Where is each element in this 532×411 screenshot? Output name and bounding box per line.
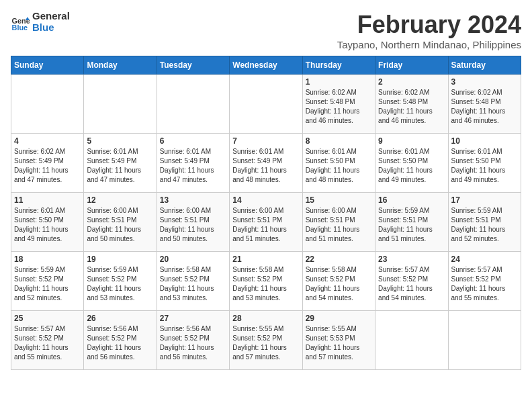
svg-text:Blue: Blue	[12, 23, 28, 31]
calendar-cell: 4Sunrise: 6:02 AM Sunset: 5:49 PM Daylig…	[11, 134, 84, 193]
calendar-cell: 11Sunrise: 6:01 AM Sunset: 5:50 PM Dayli…	[11, 193, 84, 252]
calendar-week-row: 1Sunrise: 6:02 AM Sunset: 5:48 PM Daylig…	[11, 75, 521, 134]
calendar-cell: 27Sunrise: 5:56 AM Sunset: 5:52 PM Dayli…	[157, 311, 229, 370]
calendar-cell: 3Sunrise: 6:02 AM Sunset: 5:48 PM Daylig…	[448, 75, 521, 134]
calendar-cell: 1Sunrise: 6:02 AM Sunset: 5:48 PM Daylig…	[302, 75, 375, 134]
weekday-header: Wednesday	[230, 56, 302, 75]
day-number: 29	[306, 314, 372, 323]
day-info: Sunrise: 5:58 AM Sunset: 5:52 PM Dayligh…	[232, 265, 299, 303]
calendar-cell	[375, 311, 448, 370]
day-number: 8	[306, 136, 372, 146]
calendar-cell: 14Sunrise: 6:00 AM Sunset: 5:51 PM Dayli…	[230, 193, 302, 252]
calendar-week-row: 25Sunrise: 5:57 AM Sunset: 5:52 PM Dayli…	[11, 311, 521, 370]
calendar-cell: 15Sunrise: 6:00 AM Sunset: 5:51 PM Dayli…	[302, 193, 375, 252]
day-info: Sunrise: 5:57 AM Sunset: 5:52 PM Dayligh…	[14, 324, 81, 362]
day-info: Sunrise: 6:01 AM Sunset: 5:50 PM Dayligh…	[14, 206, 81, 244]
day-info: Sunrise: 6:01 AM Sunset: 5:50 PM Dayligh…	[451, 147, 518, 185]
weekday-header: Monday	[84, 56, 157, 75]
day-number: 1	[306, 77, 372, 87]
day-info: Sunrise: 5:58 AM Sunset: 5:52 PM Dayligh…	[306, 265, 372, 303]
day-info: Sunrise: 5:59 AM Sunset: 5:52 PM Dayligh…	[14, 265, 81, 303]
calendar-cell: 19Sunrise: 5:59 AM Sunset: 5:52 PM Dayli…	[84, 252, 157, 311]
day-info: Sunrise: 5:57 AM Sunset: 5:52 PM Dayligh…	[378, 265, 445, 303]
day-number: 13	[160, 195, 226, 205]
day-number: 27	[160, 314, 226, 323]
day-number: 11	[14, 195, 81, 205]
day-info: Sunrise: 5:59 AM Sunset: 5:51 PM Dayligh…	[451, 206, 518, 244]
day-info: Sunrise: 6:01 AM Sunset: 5:49 PM Dayligh…	[160, 147, 226, 185]
day-info: Sunrise: 5:55 AM Sunset: 5:52 PM Dayligh…	[232, 324, 299, 362]
day-number: 5	[87, 136, 153, 146]
calendar-cell	[448, 311, 521, 370]
day-info: Sunrise: 6:00 AM Sunset: 5:51 PM Dayligh…	[160, 206, 226, 244]
calendar-cell: 10Sunrise: 6:01 AM Sunset: 5:50 PM Dayli…	[448, 134, 521, 193]
day-info: Sunrise: 5:56 AM Sunset: 5:52 PM Dayligh…	[160, 324, 226, 362]
calendar-cell	[157, 75, 229, 134]
day-info: Sunrise: 6:00 AM Sunset: 5:51 PM Dayligh…	[232, 206, 299, 244]
calendar-cell: 12Sunrise: 6:00 AM Sunset: 5:51 PM Dayli…	[84, 193, 157, 252]
calendar-cell: 9Sunrise: 6:01 AM Sunset: 5:50 PM Daylig…	[375, 134, 448, 193]
day-number: 6	[160, 136, 226, 146]
day-number: 21	[232, 255, 299, 264]
day-number: 22	[306, 255, 372, 264]
day-number: 9	[378, 136, 445, 146]
calendar-cell: 25Sunrise: 5:57 AM Sunset: 5:52 PM Dayli…	[11, 311, 84, 370]
calendar-cell: 16Sunrise: 5:59 AM Sunset: 5:51 PM Dayli…	[375, 193, 448, 252]
day-number: 19	[87, 255, 153, 264]
day-info: Sunrise: 6:01 AM Sunset: 5:50 PM Dayligh…	[378, 147, 445, 185]
day-number: 15	[306, 195, 372, 205]
day-number: 18	[14, 255, 81, 264]
day-number: 24	[451, 255, 518, 264]
day-number: 14	[232, 195, 299, 205]
weekday-header: Tuesday	[157, 56, 229, 75]
logo-line2: Blue	[32, 22, 70, 34]
calendar-cell: 17Sunrise: 5:59 AM Sunset: 5:51 PM Dayli…	[448, 193, 521, 252]
weekday-header: Saturday	[448, 56, 521, 75]
day-info: Sunrise: 6:01 AM Sunset: 5:49 PM Dayligh…	[232, 147, 299, 185]
day-info: Sunrise: 6:02 AM Sunset: 5:48 PM Dayligh…	[451, 88, 518, 126]
calendar-cell: 29Sunrise: 5:55 AM Sunset: 5:53 PM Dayli…	[302, 311, 375, 370]
day-number: 4	[14, 136, 81, 146]
day-number: 3	[451, 77, 518, 87]
calendar-cell: 8Sunrise: 6:01 AM Sunset: 5:50 PM Daylig…	[302, 134, 375, 193]
day-info: Sunrise: 5:56 AM Sunset: 5:52 PM Dayligh…	[87, 324, 153, 362]
calendar-week-row: 18Sunrise: 5:59 AM Sunset: 5:52 PM Dayli…	[11, 252, 521, 311]
day-number: 23	[378, 255, 445, 264]
day-info: Sunrise: 5:59 AM Sunset: 5:52 PM Dayligh…	[87, 265, 153, 303]
calendar-cell: 23Sunrise: 5:57 AM Sunset: 5:52 PM Dayli…	[375, 252, 448, 311]
calendar-week-row: 11Sunrise: 6:01 AM Sunset: 5:50 PM Dayli…	[11, 193, 521, 252]
day-number: 16	[378, 195, 445, 205]
day-number: 25	[14, 314, 81, 323]
calendar-cell: 20Sunrise: 5:58 AM Sunset: 5:52 PM Dayli…	[157, 252, 229, 311]
calendar-cell	[11, 75, 84, 134]
weekday-header: Friday	[375, 56, 448, 75]
day-number: 10	[451, 136, 518, 146]
calendar-cell: 2Sunrise: 6:02 AM Sunset: 5:48 PM Daylig…	[375, 75, 448, 134]
calendar-cell: 18Sunrise: 5:59 AM Sunset: 5:52 PM Dayli…	[11, 252, 84, 311]
day-number: 12	[87, 195, 153, 205]
calendar-cell: 13Sunrise: 6:00 AM Sunset: 5:51 PM Dayli…	[157, 193, 229, 252]
day-info: Sunrise: 5:55 AM Sunset: 5:53 PM Dayligh…	[306, 324, 372, 362]
title-area: February 2024 Taypano, Northern Mindanao…	[337, 11, 521, 50]
day-info: Sunrise: 5:58 AM Sunset: 5:52 PM Dayligh…	[160, 265, 226, 303]
weekday-header: Thursday	[302, 56, 375, 75]
logo-line1: General	[32, 11, 70, 22]
day-info: Sunrise: 6:00 AM Sunset: 5:51 PM Dayligh…	[306, 206, 372, 244]
day-info: Sunrise: 5:57 AM Sunset: 5:52 PM Dayligh…	[451, 265, 518, 303]
day-info: Sunrise: 6:01 AM Sunset: 5:49 PM Dayligh…	[87, 147, 153, 185]
calendar-cell: 26Sunrise: 5:56 AM Sunset: 5:52 PM Dayli…	[84, 311, 157, 370]
day-number: 26	[87, 314, 153, 323]
calendar-cell: 5Sunrise: 6:01 AM Sunset: 5:49 PM Daylig…	[84, 134, 157, 193]
day-info: Sunrise: 6:02 AM Sunset: 5:48 PM Dayligh…	[306, 88, 372, 126]
calendar-cell	[84, 75, 157, 134]
calendar-table: SundayMondayTuesdayWednesdayThursdayFrid…	[11, 56, 521, 370]
logo: General Blue General Blue	[11, 11, 70, 33]
day-number: 28	[232, 314, 299, 323]
day-number: 17	[451, 195, 518, 205]
calendar-week-row: 4Sunrise: 6:02 AM Sunset: 5:49 PM Daylig…	[11, 134, 521, 193]
day-number: 2	[378, 77, 445, 87]
calendar-cell	[230, 75, 302, 134]
logo-icon: General Blue	[11, 13, 30, 32]
calendar-cell: 6Sunrise: 6:01 AM Sunset: 5:49 PM Daylig…	[157, 134, 229, 193]
day-info: Sunrise: 6:02 AM Sunset: 5:49 PM Dayligh…	[14, 147, 81, 185]
